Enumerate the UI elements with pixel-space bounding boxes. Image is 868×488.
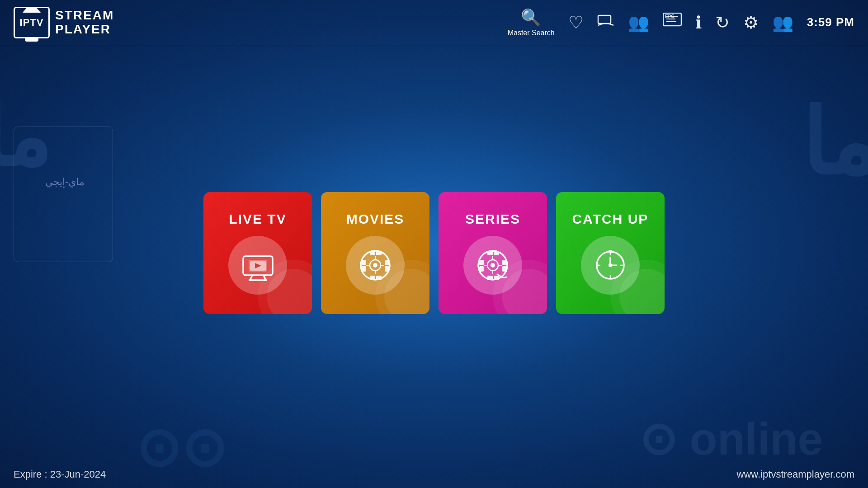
svg-rect-51 xyxy=(609,250,612,253)
catch-up-card[interactable]: CATCH UP xyxy=(556,192,665,314)
recordings-icon[interactable]: 👥 xyxy=(628,13,649,33)
svg-text:EPG: EPG xyxy=(665,14,675,19)
cast-icon[interactable] xyxy=(597,12,614,33)
svg-rect-15 xyxy=(362,266,366,272)
catch-up-label: CATCH UP xyxy=(572,211,649,227)
expire-text: Expire : 23-Jun-2024 xyxy=(14,469,106,480)
live-tv-card[interactable]: LIVE TV xyxy=(203,192,312,314)
svg-point-50 xyxy=(609,263,612,267)
category-cards: LIVE TV MOVIES xyxy=(203,192,665,314)
svg-rect-30 xyxy=(479,266,484,272)
svg-rect-19 xyxy=(376,251,382,255)
svg-point-38 xyxy=(491,263,495,267)
svg-rect-20 xyxy=(370,276,375,280)
movies-label: MOVIES xyxy=(346,211,405,227)
users-icon[interactable]: 👥 xyxy=(772,13,793,33)
app-header: IPTV STREAM PLAYER 🔍 Master Search ♡ 👥 xyxy=(0,0,868,45)
website-text: www.iptvstreamplayer.com xyxy=(737,469,854,480)
logo-tv-box: IPTV xyxy=(14,7,50,38)
series-card[interactable]: SERIES xyxy=(439,192,547,314)
svg-rect-14 xyxy=(362,260,366,265)
svg-rect-35 xyxy=(487,276,493,280)
live-tv-label: LIVE TV xyxy=(229,211,286,227)
svg-point-23 xyxy=(373,263,377,267)
svg-rect-0 xyxy=(598,15,611,23)
logo[interactable]: IPTV STREAM PLAYER xyxy=(14,7,114,38)
svg-rect-34 xyxy=(494,251,499,255)
movies-card[interactable]: MOVIES xyxy=(321,192,429,314)
logo-tv-text: IPTV xyxy=(20,17,44,28)
search-icon: 🔍 xyxy=(521,8,541,27)
svg-rect-33 xyxy=(487,251,493,255)
favorites-icon[interactable]: ♡ xyxy=(568,13,584,33)
time-display: 3:59 PM xyxy=(807,15,854,29)
epg-icon[interactable]: EPG xyxy=(663,13,682,32)
svg-rect-31 xyxy=(502,260,507,265)
main-content: LIVE TV MOVIES xyxy=(0,45,868,461)
info-icon[interactable]: ℹ xyxy=(695,13,702,33)
svg-rect-29 xyxy=(479,260,484,265)
svg-rect-16 xyxy=(385,260,389,265)
settings-icon[interactable]: ⚙ xyxy=(743,13,759,33)
search-label: Master Search xyxy=(508,29,555,37)
master-search-button[interactable]: 🔍 Master Search xyxy=(508,8,555,37)
header-nav: 🔍 Master Search ♡ 👥 EPG ℹ xyxy=(508,8,854,37)
refresh-icon[interactable]: ↻ xyxy=(715,13,730,33)
app-footer: Expire : 23-Jun-2024 www.iptvstreamplaye… xyxy=(0,461,868,488)
logo-brand-text: STREAM PLAYER xyxy=(55,9,114,37)
series-label: SERIES xyxy=(465,211,520,227)
svg-rect-18 xyxy=(370,251,375,255)
